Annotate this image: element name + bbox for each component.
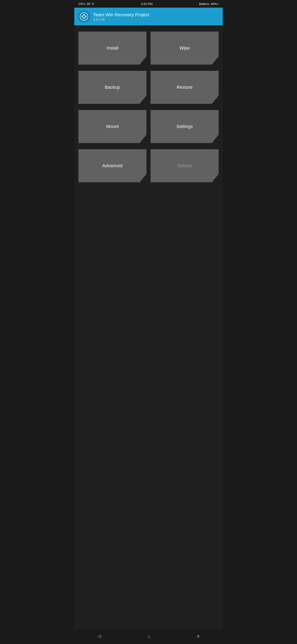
navigation-bar: ◁ ⌂ ≡ xyxy=(74,628,223,644)
button-row-3: Mount Settings xyxy=(78,110,219,143)
svg-point-0 xyxy=(80,12,88,20)
button-row-1: Install Wipe xyxy=(78,32,219,64)
back-nav-button[interactable]: ◁ xyxy=(91,632,107,641)
home-nav-button[interactable]: ⌂ xyxy=(141,632,156,641)
app-logo xyxy=(78,10,90,22)
backup-button[interactable]: Backup xyxy=(78,71,146,104)
cpu-status: CPU: 35 °C xyxy=(78,2,94,6)
app-header: Team Win Recovery Project 3.3.1-76 xyxy=(74,8,223,26)
mount-button[interactable]: Mount xyxy=(78,110,146,143)
twrp-logo-icon xyxy=(80,12,88,21)
restore-button[interactable]: Restore xyxy=(151,71,219,104)
settings-button[interactable]: Settings xyxy=(151,110,219,143)
status-bar: CPU: 35 °C 3:22 PM Battery: 49%+ xyxy=(74,0,223,8)
install-button[interactable]: Install xyxy=(78,32,146,64)
advanced-button[interactable]: Advanced xyxy=(78,149,146,182)
reboot-button[interactable]: Reboot xyxy=(151,149,219,182)
menu-nav-button[interactable]: ≡ xyxy=(191,632,206,641)
time-status: 3:22 PM xyxy=(141,2,153,6)
button-row-4: Advanced Reboot xyxy=(78,149,219,182)
header-text-block: Team Win Recovery Project 3.3.1-76 xyxy=(93,12,149,21)
battery-status: Battery: 49%+ xyxy=(199,2,219,6)
app-version: 3.3.1-76 xyxy=(93,18,149,21)
main-content: Install Wipe Backup Restore Mount Settin… xyxy=(74,26,223,628)
wipe-button[interactable]: Wipe xyxy=(151,32,219,64)
app-title: Team Win Recovery Project xyxy=(93,12,149,18)
button-row-2: Backup Restore xyxy=(78,71,219,104)
